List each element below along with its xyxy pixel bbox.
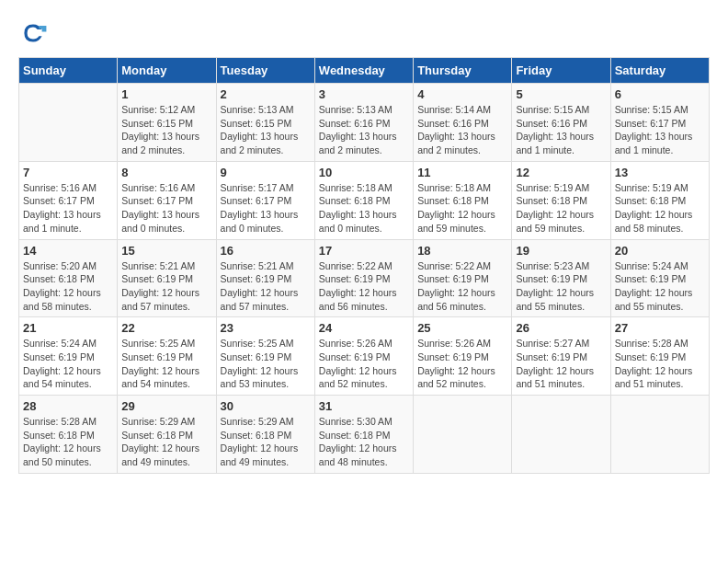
calendar-cell: 29Sunrise: 5:29 AM Sunset: 6:18 PM Dayli… — [118, 396, 216, 474]
day-info: Sunrise: 5:18 AM Sunset: 6:18 PM Dayligh… — [417, 181, 507, 236]
calendar-week: 28Sunrise: 5:28 AM Sunset: 6:18 PM Dayli… — [19, 396, 710, 474]
calendar-cell: 11Sunrise: 5:18 AM Sunset: 6:18 PM Dayli… — [414, 161, 512, 239]
day-info: Sunrise: 5:20 AM Sunset: 6:18 PM Dayligh… — [23, 259, 113, 314]
calendar-cell: 16Sunrise: 5:21 AM Sunset: 6:19 PM Dayli… — [216, 239, 314, 317]
calendar-cell — [414, 396, 512, 474]
calendar-cell: 27Sunrise: 5:28 AM Sunset: 6:19 PM Dayli… — [610, 317, 709, 396]
calendar-table: SundayMondayTuesdayWednesdayThursdayFrid… — [18, 57, 710, 474]
calendar-cell: 21Sunrise: 5:24 AM Sunset: 6:19 PM Dayli… — [19, 317, 118, 396]
calendar-cell: 1Sunrise: 5:12 AM Sunset: 6:15 PM Daylig… — [118, 84, 216, 162]
day-info: Sunrise: 5:16 AM Sunset: 6:17 PM Dayligh… — [23, 181, 113, 236]
day-info: Sunrise: 5:25 AM Sunset: 6:19 PM Dayligh… — [121, 337, 211, 391]
day-info: Sunrise: 5:15 AM Sunset: 6:17 PM Dayligh… — [615, 103, 705, 157]
day-number: 27 — [615, 321, 705, 335]
day-number: 26 — [516, 321, 606, 335]
calendar-cell: 7Sunrise: 5:16 AM Sunset: 6:17 PM Daylig… — [19, 161, 118, 239]
calendar-cell: 22Sunrise: 5:25 AM Sunset: 6:19 PM Dayli… — [118, 317, 216, 396]
day-number: 22 — [121, 321, 211, 335]
day-info: Sunrise: 5:24 AM Sunset: 6:19 PM Dayligh… — [23, 337, 113, 391]
calendar-cell: 10Sunrise: 5:18 AM Sunset: 6:18 PM Dayli… — [314, 161, 413, 239]
calendar-cell: 28Sunrise: 5:28 AM Sunset: 6:18 PM Dayli… — [19, 396, 118, 474]
calendar-cell: 13Sunrise: 5:19 AM Sunset: 6:18 PM Dayli… — [610, 161, 709, 239]
calendar-cell: 3Sunrise: 5:13 AM Sunset: 6:16 PM Daylig… — [314, 84, 413, 162]
day-info: Sunrise: 5:25 AM Sunset: 6:19 PM Dayligh… — [221, 337, 311, 391]
weekday-header: Saturday — [610, 58, 709, 84]
day-number: 19 — [516, 244, 606, 258]
day-info: Sunrise: 5:13 AM Sunset: 6:16 PM Dayligh… — [319, 103, 409, 157]
day-info: Sunrise: 5:22 AM Sunset: 6:19 PM Dayligh… — [417, 259, 507, 314]
day-number: 13 — [615, 166, 705, 179]
day-info: Sunrise: 5:24 AM Sunset: 6:19 PM Dayligh… — [615, 259, 705, 314]
calendar-cell: 2Sunrise: 5:13 AM Sunset: 6:15 PM Daylig… — [216, 84, 314, 162]
calendar-cell: 26Sunrise: 5:27 AM Sunset: 6:19 PM Dayli… — [512, 317, 610, 396]
calendar-week: 14Sunrise: 5:20 AM Sunset: 6:18 PM Dayli… — [19, 239, 710, 317]
day-info: Sunrise: 5:16 AM Sunset: 6:17 PM Dayligh… — [121, 181, 211, 236]
calendar-body: 1Sunrise: 5:12 AM Sunset: 6:15 PM Daylig… — [19, 84, 710, 474]
day-number: 8 — [121, 166, 211, 179]
day-number: 25 — [417, 321, 507, 335]
calendar-cell: 25Sunrise: 5:26 AM Sunset: 6:19 PM Dayli… — [414, 317, 512, 396]
calendar-cell: 6Sunrise: 5:15 AM Sunset: 6:17 PM Daylig… — [610, 84, 709, 162]
day-info: Sunrise: 5:23 AM Sunset: 6:19 PM Dayligh… — [516, 259, 606, 314]
day-info: Sunrise: 5:18 AM Sunset: 6:18 PM Dayligh… — [319, 181, 409, 236]
day-number: 16 — [221, 244, 311, 258]
day-info: Sunrise: 5:21 AM Sunset: 6:19 PM Dayligh… — [221, 259, 311, 314]
day-number: 9 — [221, 166, 311, 179]
day-info: Sunrise: 5:28 AM Sunset: 6:19 PM Dayligh… — [615, 337, 705, 391]
day-number: 29 — [121, 399, 211, 413]
day-info: Sunrise: 5:19 AM Sunset: 6:18 PM Dayligh… — [516, 181, 606, 236]
calendar-cell: 5Sunrise: 5:15 AM Sunset: 6:16 PM Daylig… — [512, 84, 610, 162]
weekday-header: Friday — [512, 58, 610, 84]
logo — [18, 18, 51, 48]
calendar-cell: 17Sunrise: 5:22 AM Sunset: 6:19 PM Dayli… — [314, 239, 413, 317]
day-info: Sunrise: 5:17 AM Sunset: 6:17 PM Dayligh… — [221, 181, 311, 236]
day-info: Sunrise: 5:19 AM Sunset: 6:18 PM Dayligh… — [615, 181, 705, 236]
day-info: Sunrise: 5:15 AM Sunset: 6:16 PM Dayligh… — [516, 103, 606, 157]
calendar-cell: 15Sunrise: 5:21 AM Sunset: 6:19 PM Dayli… — [118, 239, 216, 317]
day-number: 28 — [23, 399, 113, 413]
weekday-header: Thursday — [414, 58, 512, 84]
day-number: 2 — [221, 87, 311, 101]
weekday-header: Tuesday — [216, 58, 314, 84]
calendar-week: 7Sunrise: 5:16 AM Sunset: 6:17 PM Daylig… — [19, 161, 710, 239]
day-number: 6 — [615, 87, 705, 101]
day-number: 17 — [319, 244, 409, 258]
calendar-week: 21Sunrise: 5:24 AM Sunset: 6:19 PM Dayli… — [19, 317, 710, 396]
calendar-cell — [512, 396, 610, 474]
calendar-cell: 8Sunrise: 5:16 AM Sunset: 6:17 PM Daylig… — [118, 161, 216, 239]
calendar-cell — [19, 84, 118, 162]
calendar-header: SundayMondayTuesdayWednesdayThursdayFrid… — [19, 58, 710, 84]
calendar-cell: 18Sunrise: 5:22 AM Sunset: 6:19 PM Dayli… — [414, 239, 512, 317]
calendar-cell — [610, 396, 709, 474]
day-number: 15 — [121, 244, 211, 258]
day-info: Sunrise: 5:30 AM Sunset: 6:18 PM Dayligh… — [319, 415, 409, 469]
calendar-cell: 20Sunrise: 5:24 AM Sunset: 6:19 PM Dayli… — [610, 239, 709, 317]
calendar-cell: 23Sunrise: 5:25 AM Sunset: 6:19 PM Dayli… — [216, 317, 314, 396]
day-info: Sunrise: 5:29 AM Sunset: 6:18 PM Dayligh… — [121, 415, 211, 469]
day-info: Sunrise: 5:26 AM Sunset: 6:19 PM Dayligh… — [319, 337, 409, 391]
calendar-cell: 9Sunrise: 5:17 AM Sunset: 6:17 PM Daylig… — [216, 161, 314, 239]
day-number: 3 — [319, 87, 409, 101]
day-number: 31 — [319, 399, 409, 413]
day-number: 30 — [221, 399, 311, 413]
calendar-cell: 12Sunrise: 5:19 AM Sunset: 6:18 PM Dayli… — [512, 161, 610, 239]
day-info: Sunrise: 5:13 AM Sunset: 6:15 PM Dayligh… — [221, 103, 311, 157]
weekday-header: Monday — [118, 58, 216, 84]
day-info: Sunrise: 5:28 AM Sunset: 6:18 PM Dayligh… — [23, 415, 113, 469]
page-header — [18, 18, 710, 48]
day-number: 7 — [23, 166, 113, 179]
calendar-week: 1Sunrise: 5:12 AM Sunset: 6:15 PM Daylig… — [19, 84, 710, 162]
day-info: Sunrise: 5:27 AM Sunset: 6:19 PM Dayligh… — [516, 337, 606, 391]
day-info: Sunrise: 5:26 AM Sunset: 6:19 PM Dayligh… — [417, 337, 507, 391]
day-number: 4 — [417, 87, 507, 101]
day-info: Sunrise: 5:14 AM Sunset: 6:16 PM Dayligh… — [417, 103, 507, 157]
calendar-cell: 30Sunrise: 5:29 AM Sunset: 6:18 PM Dayli… — [216, 396, 314, 474]
calendar-cell: 19Sunrise: 5:23 AM Sunset: 6:19 PM Dayli… — [512, 239, 610, 317]
day-number: 18 — [417, 244, 507, 258]
logo-icon — [18, 18, 48, 48]
day-number: 1 — [121, 87, 211, 101]
day-info: Sunrise: 5:21 AM Sunset: 6:19 PM Dayligh… — [121, 259, 211, 314]
day-number: 11 — [417, 166, 507, 179]
weekday-header: Sunday — [19, 58, 118, 84]
weekday-row: SundayMondayTuesdayWednesdayThursdayFrid… — [19, 58, 710, 84]
